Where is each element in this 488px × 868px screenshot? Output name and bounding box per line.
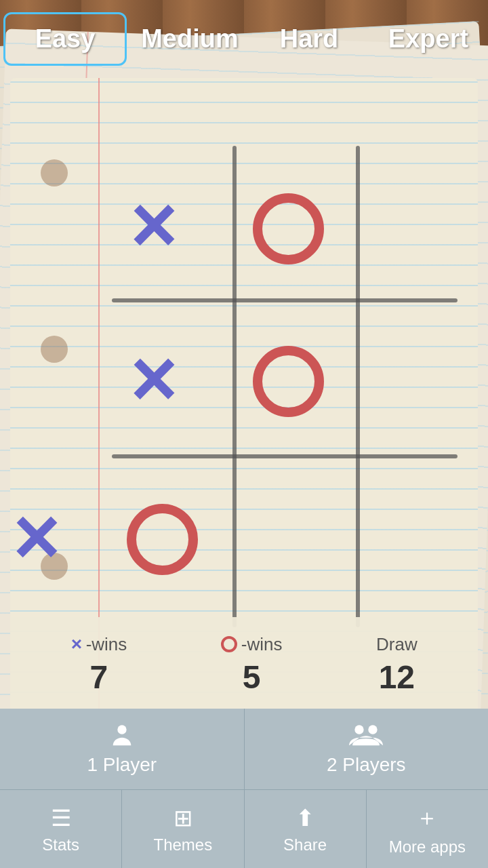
one-player-tab[interactable]: 1 Player — [0, 709, 245, 789]
share-icon: ⬆ — [296, 804, 314, 831]
draw-score-col: Draw 12 — [376, 634, 418, 696]
o-score-label: -wins — [221, 634, 283, 655]
tab-medium[interactable]: Medium — [130, 7, 249, 71]
stats-icon: ☰ — [51, 804, 71, 831]
more-apps-icon: ＋ — [415, 802, 439, 833]
themes-tab[interactable]: ⊞ Themes — [122, 790, 244, 868]
x-icon: × — [70, 633, 81, 655]
x-wins-label: -wins — [86, 634, 127, 655]
o-score-col: -wins 5 — [221, 634, 283, 696]
draw-text: Draw — [376, 634, 418, 655]
tab-expert[interactable]: Expert — [369, 7, 488, 71]
o-wins-label: -wins — [241, 634, 283, 655]
cell-0-2[interactable] — [251, 146, 369, 298]
two-players-icon — [347, 723, 385, 750]
x-score-col: × -wins 7 — [70, 633, 127, 696]
game-board: × × × — [112, 146, 458, 634]
one-player-label: 1 Player — [87, 754, 157, 776]
draw-label: Draw — [376, 634, 418, 655]
cell-2-0[interactable] — [12, 458, 132, 611]
o-icon — [221, 636, 237, 652]
two-players-label: 2 Players — [327, 754, 406, 776]
tab-hard[interactable]: Hard — [249, 7, 369, 71]
stats-tab[interactable]: ☰ Stats — [0, 790, 122, 868]
cell-1-2[interactable] — [251, 302, 369, 455]
x-score-value: 7 — [89, 658, 108, 696]
two-players-tab[interactable]: 2 Players — [245, 709, 489, 789]
cell-1-0[interactable] — [12, 302, 132, 455]
difficulty-bar: Easy Medium Hard Expert — [0, 0, 488, 78]
bottom-bar: 1 Player 2 Players ☰ Stats ⊞ Themes ⬆ Sh — [0, 709, 488, 868]
svg-point-2 — [369, 725, 378, 734]
one-player-icon — [108, 723, 136, 750]
svg-point-0 — [117, 725, 126, 734]
score-section: × -wins 7 -wins 5 Draw 12 — [10, 617, 478, 712]
x-score-label: × -wins — [70, 633, 127, 655]
share-tab[interactable]: ⬆ Share — [245, 790, 367, 868]
player-tabs: 1 Player 2 Players — [0, 709, 488, 790]
draw-score-value: 12 — [379, 658, 415, 696]
cell-0-1[interactable] — [132, 146, 251, 298]
themes-icon: ⊞ — [174, 804, 192, 831]
more-apps-tab[interactable]: ＋ More apps — [367, 790, 488, 868]
cell-0-0[interactable] — [12, 146, 132, 298]
action-tabs: ☰ Stats ⊞ Themes ⬆ Share ＋ More apps — [0, 790, 488, 868]
more-apps-label: More apps — [389, 837, 466, 856]
main-paper: × × × × -wins 7 — [10, 78, 478, 712]
cell-1-1[interactable] — [132, 302, 251, 455]
stats-label: Stats — [42, 835, 79, 854]
o-score-value: 5 — [243, 658, 261, 696]
cell-2-1[interactable] — [132, 458, 251, 611]
tab-easy[interactable]: Easy — [3, 12, 127, 66]
share-label: Share — [283, 835, 327, 854]
themes-label: Themes — [154, 835, 213, 854]
cell-2-2[interactable] — [251, 458, 369, 611]
svg-point-1 — [355, 725, 364, 734]
